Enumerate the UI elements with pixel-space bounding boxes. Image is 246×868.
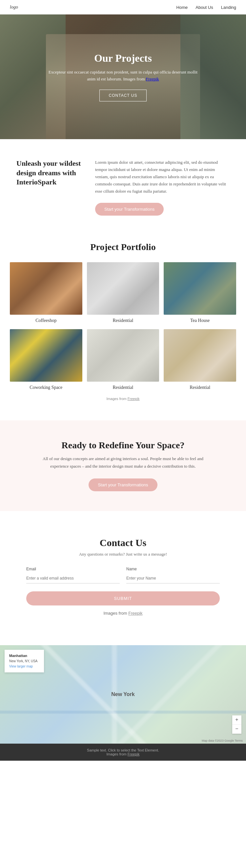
- ready-section: Ready to Redefine Your Space? All of our…: [0, 421, 246, 510]
- portfolio-section: Project Portfolio Coffeeshop Residential…: [0, 235, 246, 414]
- contact-section: Contact Us Any questions or remarks? Jus…: [0, 518, 246, 645]
- contact-subtitle: Any questions or remarks? Just write us …: [26, 552, 220, 557]
- hero-title: Our Projects: [48, 52, 198, 64]
- footer-images-note: Images from Freepik: [5, 752, 241, 756]
- hero-section: Our Projects Excepteur sint occaecat cup…: [0, 14, 246, 139]
- map-section: New York Manhattan New York, NY, USA Vie…: [0, 645, 246, 744]
- portfolio-item-residential1[interactable]: Residential: [87, 262, 159, 324]
- map-info-box: Manhattan New York, NY, USA View larger …: [5, 650, 44, 673]
- name-label: Name: [126, 567, 220, 571]
- portfolio-img-residential3: [164, 329, 236, 382]
- hero-content: Our Projects Excepteur sint occaecat cup…: [28, 52, 218, 102]
- portfolio-img-teahouse: [164, 262, 236, 315]
- hero-cta-button[interactable]: CONTACT US: [99, 90, 147, 101]
- portfolio-item-residential3[interactable]: Residential: [164, 329, 236, 392]
- nav-home[interactable]: Home: [177, 5, 188, 10]
- name-input[interactable]: [126, 573, 220, 584]
- portfolio-label-residential2: Residential: [87, 382, 159, 392]
- map-zoom-controls: + −: [232, 715, 241, 734]
- unleash-body: Lorem ipsum dolor sit amet, consectetur …: [95, 159, 229, 195]
- portfolio-images-note: Images from Freepik: [10, 397, 236, 401]
- portfolio-title: Project Portfolio: [10, 242, 236, 252]
- hero-subtitle: Excepteur sint occaecat cupidatat non pr…: [48, 69, 198, 83]
- portfolio-img-coworking: [10, 329, 82, 382]
- map-attribution: Map data ©2023 Google Terms: [202, 739, 243, 742]
- portfolio-img-coffeeshop: [10, 262, 82, 315]
- unleash-section: Unleash your wildest design dreams with …: [0, 139, 246, 235]
- portfolio-grid: Coffeeshop Residential Tea House Coworki…: [10, 262, 236, 392]
- map-location-name: Manhattan: [9, 654, 27, 658]
- portfolio-item-coworking[interactable]: Coworking Space: [10, 329, 82, 392]
- footer: Sample text. Click to select the Text El…: [0, 744, 246, 761]
- portfolio-img-residential2: [87, 329, 159, 382]
- map-zoom-out[interactable]: −: [232, 724, 241, 734]
- contact-freepik-link[interactable]: Freepik: [128, 611, 142, 616]
- email-field-group: Email: [26, 567, 120, 584]
- name-field-group: Name: [126, 567, 220, 584]
- portfolio-label-residential1: Residential: [87, 315, 159, 324]
- footer-sample-text[interactable]: Sample text. Click to select the Text El…: [5, 748, 241, 752]
- unleash-cta-button[interactable]: Start your Transformations: [95, 203, 164, 216]
- map-placeholder: New York Manhattan New York, NY, USA Vie…: [0, 645, 246, 744]
- map-zoom-in[interactable]: +: [232, 715, 241, 724]
- ready-body: All of our design concepts are aimed at …: [41, 455, 205, 470]
- footer-freepik-link[interactable]: Freepik: [128, 752, 140, 756]
- portfolio-label-coworking: Coworking Space: [10, 382, 82, 392]
- contact-form: Email Name SUBMIT: [26, 567, 220, 606]
- map-view-larger[interactable]: View larger map: [9, 664, 33, 668]
- map-city-label: New York: [111, 691, 134, 698]
- logo: logo: [10, 5, 18, 10]
- contact-images-note: Images from Freepik: [26, 611, 220, 616]
- portfolio-item-teahouse[interactable]: Tea House: [164, 262, 236, 324]
- portfolio-item-coffeeshop[interactable]: Coffeeshop: [10, 262, 82, 324]
- unleash-heading-block: Unleash your wildest design dreams with …: [17, 159, 82, 187]
- portfolio-freepik-link[interactable]: Freepik: [128, 397, 140, 401]
- email-input[interactable]: [26, 573, 120, 584]
- submit-button[interactable]: SUBMIT: [26, 591, 220, 606]
- portfolio-label-coffeeshop: Coffeeshop: [10, 315, 82, 324]
- email-label: Email: [26, 567, 120, 571]
- ready-cta-button[interactable]: Start your Transformations: [89, 478, 157, 491]
- form-row-email-name: Email Name: [26, 567, 220, 584]
- ready-title: Ready to Redefine Your Space?: [20, 440, 226, 451]
- nav-about[interactable]: About Us: [195, 5, 213, 10]
- map-address: New York, NY, USA: [9, 659, 38, 663]
- contact-title: Contact Us: [26, 537, 220, 548]
- portfolio-item-residential2[interactable]: Residential: [87, 329, 159, 392]
- nav-links: Home About Us Landing: [177, 5, 236, 10]
- unleash-heading: Unleash your wildest design dreams with …: [17, 159, 82, 187]
- hero-freepik-link[interactable]: Freepik: [146, 76, 159, 82]
- portfolio-label-residential3: Residential: [164, 382, 236, 392]
- nav-landing[interactable]: Landing: [221, 5, 236, 10]
- unleash-body-block: Lorem ipsum dolor sit amet, consectetur …: [95, 159, 229, 216]
- navigation: logo Home About Us Landing: [0, 0, 246, 14]
- portfolio-img-residential1: [87, 262, 159, 315]
- portfolio-label-teahouse: Tea House: [164, 315, 236, 324]
